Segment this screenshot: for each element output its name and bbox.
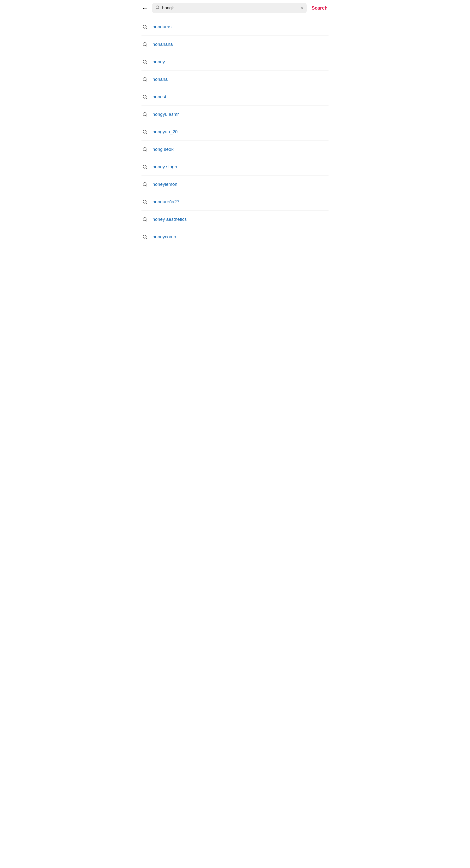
svg-line-25 [146,220,147,221]
suggestion-item[interactable]: honey singh [137,158,333,176]
suggestion-item[interactable]: hongyu.asmr [137,106,333,123]
suggestion-search-icon [142,216,148,223]
suggestion-text: honduras [152,24,172,30]
suggestion-search-icon [142,146,148,153]
svg-line-17 [146,150,147,151]
suggestion-text: honeycomb [152,234,176,240]
svg-line-23 [146,203,147,204]
svg-line-27 [146,238,147,239]
suggestion-item[interactable]: honanana [137,36,333,53]
suggestion-search-icon [142,93,148,100]
suggestion-search-icon [142,111,148,118]
suggestion-item[interactable]: honeylemon [137,176,333,193]
suggestion-text: hong seok [152,147,174,152]
suggestion-text: honey [152,59,165,64]
svg-line-1 [158,8,159,9]
suggestion-search-icon [142,59,148,65]
suggestion-item[interactable]: hondureña27 [137,193,333,211]
suggestion-search-icon [142,234,148,240]
suggestions-list: honduras honanana honey [137,16,333,247]
svg-line-7 [146,63,147,64]
suggestion-search-icon [142,163,148,170]
suggestion-item[interactable]: honest [137,88,333,105]
svg-line-13 [146,115,147,116]
suggestion-search-icon [142,198,148,205]
suggestion-text: hondureña27 [152,199,179,205]
search-input[interactable] [162,5,298,10]
suggestion-search-icon [142,128,148,135]
search-icon [155,5,160,11]
svg-line-5 [146,45,147,46]
clear-button[interactable]: × [301,6,303,10]
suggestion-item[interactable]: honeycomb [137,228,333,245]
svg-line-3 [146,28,147,29]
suggestion-text: honest [152,94,166,99]
svg-line-21 [146,185,147,186]
svg-line-9 [146,80,147,81]
suggestion-text: honeylemon [152,182,177,187]
suggestion-item[interactable]: honey aesthetics [137,211,333,228]
suggestion-search-icon [142,41,148,48]
back-button[interactable]: ← [141,4,149,12]
suggestion-search-icon [142,24,148,30]
back-arrow-icon: ← [142,5,148,11]
suggestion-search-icon [142,76,148,83]
suggestion-text: honey singh [152,164,177,169]
header: ← × Search [137,0,333,16]
suggestion-text: honanana [152,42,173,47]
search-bar: × [152,3,307,13]
svg-line-19 [146,168,147,169]
svg-line-15 [146,133,147,134]
suggestion-text: hongyan_20 [152,129,178,134]
suggestion-item[interactable]: honana [137,71,333,88]
suggestion-item[interactable]: honduras [137,18,333,35]
suggestion-search-icon [142,181,148,188]
suggestion-item[interactable]: hongyan_20 [137,123,333,141]
svg-line-11 [146,98,147,99]
suggestion-text: honey aesthetics [152,217,187,222]
suggestion-item[interactable]: hong seok [137,141,333,158]
suggestion-text: hongyu.asmr [152,112,179,117]
search-submit-button[interactable]: Search [310,4,329,12]
suggestion-item[interactable]: honey [137,53,333,70]
suggestion-text: honana [152,77,168,82]
